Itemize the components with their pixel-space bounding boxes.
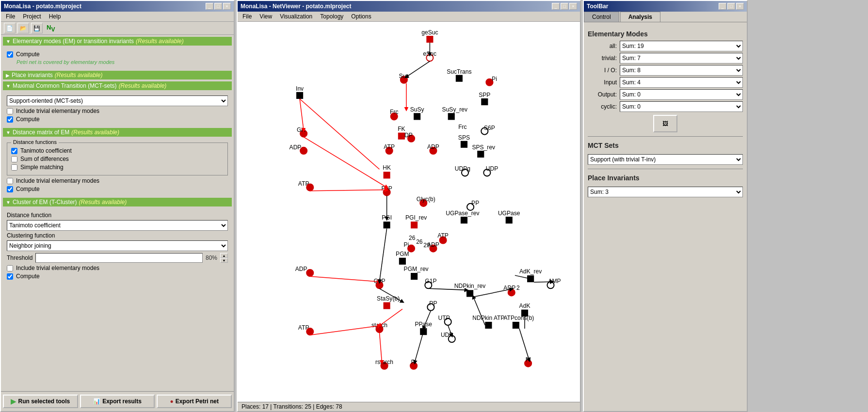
pi-section-header[interactable]: ▶ Place invariants (Results available) [3,71,232,79]
tab-analysis[interactable]: Analysis [620,12,660,22]
threshold-spinner: ▲ ▼ [220,253,228,263]
net-minimize-button[interactable]: _ [552,3,560,10]
em-compute-checkbox[interactable] [7,51,13,58]
maximize-button[interactable]: □ [214,3,222,10]
susyrev-transition [448,113,455,120]
spsrev-transition [477,151,484,158]
cluster-compute-checkbox[interactable] [7,273,13,280]
em-io-select[interactable]: Sum: 8 [620,65,743,76]
pi-right-select[interactable]: Sum: 3 [588,187,743,197]
svg-text:ATP: ATP [437,232,449,239]
svg-text:UTP: UTP [438,315,450,321]
bottom-buttons: ▶ Run selected tools 📊 Export results ● … [1,391,234,411]
menu-project[interactable]: Project [21,13,43,20]
pi-right-section: Place Invariants Sum: 3 [588,174,743,197]
cluster-distfunc-dropdown[interactable]: Tanimoto coefficient [7,220,228,231]
em-section-header[interactable]: ▼ Elementary modes (EM) or transition in… [3,37,232,46]
menu-file[interactable]: File [4,13,17,20]
threshold-down-btn[interactable]: ▼ [220,258,228,263]
export-results-button[interactable]: 📊 Export results [80,395,155,408]
cluster-include-trivial-checkbox[interactable] [7,265,13,271]
threshold-input[interactable] [35,253,203,263]
em-input-row: Input Sum: 4 [588,77,743,88]
cluster-section-header[interactable]: ▼ Cluster of EM (T-Cluster) (Results ava… [3,198,232,206]
run-button[interactable]: ▶ Run selected tools [3,395,78,408]
dm-compute-checkbox[interactable] [7,186,13,192]
cluster-section-body: Distance function Tanimoto coefficient C… [3,208,232,283]
dm-section-header[interactable]: ▼ Distance matrix of EM (Results availab… [3,128,232,137]
right-titlebar: ToolBar _ □ × [584,1,747,12]
left-menu-bar: File Project Help [1,12,234,22]
tab-control[interactable]: Control [584,12,619,22]
em-image-button[interactable]: 🖼 [653,115,677,132]
export-petri-button[interactable]: ● Export Petri net [157,395,232,408]
mct-section-header[interactable]: ▼ Maximal Common Transition (MCT-sets) (… [3,81,232,90]
svg-text:Frc: Frc [458,124,466,130]
em-all-select[interactable]: Sum: 19 [620,41,743,51]
left-titlebar: MonaLisa - potato.mlproject _ □ × [1,1,234,12]
em-output-label: Output: [588,91,617,98]
fk-transition [398,133,405,140]
save-btn[interactable]: 💾 [31,23,43,33]
right-maximize-button[interactable]: □ [727,3,735,10]
threshold-up-btn[interactable]: ▲ [220,253,228,258]
cluster-compute-row: Compute [7,273,228,280]
net-menu-view[interactable]: View [257,13,274,20]
threshold-pct: 80% [206,254,217,261]
right-title: ToolBar [587,3,608,10]
em-io-row: I / O: Sum: 8 [588,65,743,76]
dm-results-badge: (Results available) [71,129,119,136]
new-btn[interactable]: 📄 [4,23,16,33]
simplematch-checkbox[interactable] [11,164,17,171]
ugpase-transition [506,217,513,223]
tanimoto-row: Tanimoto coefficient [11,147,224,154]
em-compute-row: Compute [7,51,228,58]
dm-include-trivial-label: Include trivial elementary modes [16,177,99,184]
mct-include-trivial-row: Include trivial elementary modes [7,108,228,114]
petri-icon: ● [170,398,173,405]
mct-include-trivial-checkbox[interactable] [7,108,13,114]
net-menu-visualization[interactable]: Visualization [278,13,314,20]
net-close-button[interactable]: × [569,3,577,10]
export-label: Export results [102,398,142,405]
svg-text:Inv: Inv [296,85,304,92]
mct-results-badge: (Results available) [119,82,167,89]
threshold-row: Threshold 80% ▲ ▼ [7,253,228,263]
net-viewer-canvas[interactable]: geSuc eSuc Suc SucTrans Pi SPP Inv SuSy [238,22,580,402]
svg-line-79 [534,282,552,282]
sumdiff-checkbox[interactable] [11,156,17,162]
ndpkinatp-transition [485,322,492,329]
dm-include-trivial-checkbox[interactable] [7,178,13,184]
mct-compute-row: Compute [7,116,228,123]
svg-text:ADP: ADP [427,241,439,248]
close-button[interactable]: × [223,3,231,10]
net-menu-topology[interactable]: Topology [318,13,345,20]
mct-compute-checkbox[interactable] [7,116,13,123]
open-btn[interactable]: 📂 [17,23,29,33]
pi-right-title: Place Invariants [588,174,743,182]
net-title: MonaLisa - NetViewer - potato.mlproject [241,3,351,10]
net-menu-file[interactable]: File [241,13,254,20]
minimize-button[interactable]: _ [206,3,213,10]
mct-section-body: Support-oriented (MCT-sets) Include triv… [3,92,232,126]
right-minimize-button[interactable]: _ [719,3,726,10]
cluster-func-dropdown[interactable]: Neighbor joining [7,240,228,251]
em-output-select[interactable]: Sum: 0 [620,89,743,100]
middle-panel: MonaLisa - NetViewer - potato.mlproject … [237,0,581,412]
dm-arrow: ▼ [6,130,11,135]
em-trivial-select[interactable]: Sum: 7 [620,53,743,63]
net-menu-options[interactable]: Options [349,13,373,20]
right-close-button[interactable]: × [736,3,744,10]
tanimoto-checkbox[interactable] [11,148,17,154]
em-cyclic-select[interactable]: Sum: 0 [620,101,743,112]
mct-right-title: MCT Sets [588,142,743,149]
menu-help[interactable]: Help [47,13,63,20]
svg-text:ADP: ADP [295,266,307,272]
net-maximize-button[interactable]: □ [561,3,568,10]
mct-dropdown[interactable]: Support-oriented (MCT-sets) [7,95,228,106]
sumdiff-row: Sum of differences [11,156,224,162]
mct-right-select[interactable]: Support (with trivial T-inv) [588,154,743,165]
mct-arrow: ▼ [6,83,11,89]
left-toolbar: 📄 📂 💾 NV [1,22,234,35]
em-input-select[interactable]: Sum: 4 [620,77,743,88]
